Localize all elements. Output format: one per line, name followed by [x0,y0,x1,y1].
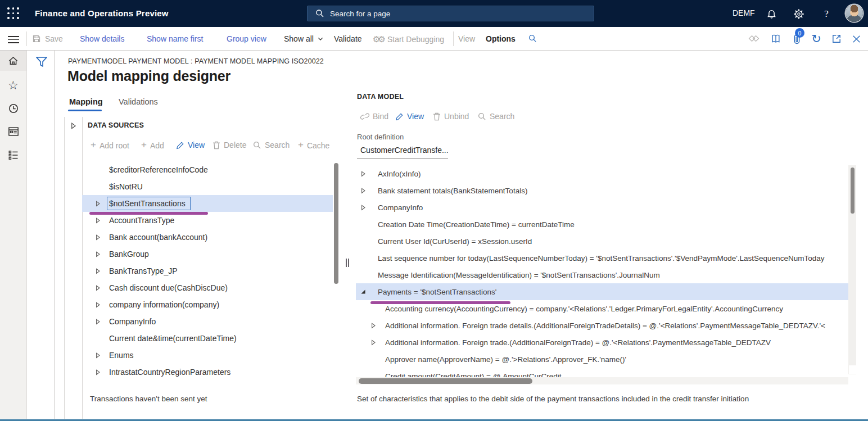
tree-item-label: Payments = '$notSentTransactions' [367,288,496,296]
toolbar-label: View [188,141,205,150]
tree-item[interactable]: Payments = '$notSentTransactions' [356,283,848,300]
data-sources-delete-button[interactable]: Delete [213,141,246,150]
home-icon[interactable] [0,51,26,71]
chevron-collapsed-icon[interactable] [94,319,101,325]
chevron-collapsed-icon[interactable] [360,205,367,211]
data-sources-add-root-button[interactable]: +Add root [91,141,129,151]
tree-item[interactable]: $notSentTransactions [82,195,333,212]
search-input[interactable]: Search for a page [307,6,594,21]
avatar[interactable] [846,4,863,22]
chevron-collapsed-icon[interactable] [360,171,367,177]
chevron-collapsed-icon[interactable] [94,352,101,359]
tree-item[interactable]: company information(company) [82,296,333,313]
validate-button[interactable]: Validate [334,34,362,43]
tree-item[interactable]: Approver name(ApproverName) = @.'>Relati… [356,351,848,368]
tree-item-label: company information(company) [107,300,219,309]
tree-item[interactable]: Cash discount due(CashDiscDue) [82,279,333,296]
data-sources-search-button[interactable]: Search [253,141,290,150]
bell-icon[interactable] [765,8,777,20]
tree-item[interactable]: Bank statement totals(BankStatementTotal… [356,182,848,199]
group-view-button[interactable]: Group view [227,34,266,43]
connect-icon[interactable] [748,33,760,45]
data-model-search-button[interactable]: Search [478,112,514,121]
command-label: Start Debugging [387,35,444,44]
tree-item-label: $notSentTransactions [107,199,191,208]
company-picker[interactable]: DEMF [733,8,755,17]
data-sources-cache-button[interactable]: +Cache [298,141,329,151]
tree-item[interactable]: BankTransType_JP [82,262,333,279]
hamburger-menu-icon[interactable] [8,36,19,43]
data-sources-add-button[interactable]: +Add [141,141,164,151]
data-sources-scrollbar[interactable] [334,163,338,284]
tree-item[interactable]: Additional information. Foreign trade de… [356,317,848,334]
tree-item[interactable]: Additional information. Foreign trade.(A… [356,334,848,351]
tree-item[interactable]: Message Identification(MessageIdentifica… [356,266,848,283]
help-icon[interactable]: ? [820,8,833,20]
chevron-collapsed-icon[interactable] [370,339,377,346]
root-definition-value[interactable]: CustomerCreditTransfe... [360,146,449,155]
show-all-button[interactable]: Show all [284,34,323,43]
refresh-icon[interactable]: ↻ [810,33,822,45]
collapse-panel-icon[interactable] [70,123,76,129]
chevron-collapsed-icon[interactable] [94,234,101,241]
tree-item[interactable]: Last sequence number for today(LastSeque… [356,250,848,266]
chevron-collapsed-icon[interactable] [370,323,377,329]
waffle-icon[interactable] [7,7,20,20]
data-sources-view-button[interactable]: View [176,141,205,150]
data-model-bind-button[interactable]: Bind [360,112,388,121]
find-button[interactable] [528,34,537,43]
options-button[interactable]: Options [486,34,516,43]
save-button[interactable]: Save [32,34,63,43]
tree-item-label: Cash discount due(CashDiscDue) [107,283,228,292]
tree-item[interactable]: IntrastatCountryRegionParameters [82,364,333,381]
tree-item[interactable]: Creation Date Time(CreationDateTime) = c… [356,216,848,233]
chevron-expanded-icon[interactable] [360,289,367,295]
tree-item[interactable]: CompanyInfo [356,199,848,216]
modules-icon[interactable] [0,145,26,165]
chevron-collapsed-icon[interactable] [360,188,367,194]
tree-item[interactable]: Bank account(bankAccount) [82,229,333,246]
tree-item[interactable]: CompanyInfo [82,313,333,330]
data-model-hscrollbar[interactable] [359,378,532,384]
book-icon[interactable] [770,33,782,45]
data-model-unbind-button[interactable]: Unbind [433,112,469,121]
star-icon[interactable]: ☆ [0,75,26,96]
show-name-first-button[interactable]: Show name first [147,34,203,43]
workspaces-icon[interactable] [0,121,26,142]
start-debugging-button[interactable]: ⚙⚙Start Debugging [373,34,444,44]
tree-item[interactable]: $isNotRU [82,178,333,195]
page-title: Model mapping designer [67,68,230,84]
tree-item[interactable]: $creditorReferenceInfoCode [82,161,333,178]
view-button[interactable]: View [458,34,475,43]
search-icon [478,112,486,121]
open-new-window-icon[interactable] [830,33,843,45]
panel-splitter-handle[interactable] [346,259,350,267]
tree-item[interactable]: Enums [82,347,333,364]
show-details-button[interactable]: Show details [80,34,124,43]
recent-icon[interactable] [0,98,26,119]
command-label: View [458,34,475,43]
chevron-collapsed-icon[interactable] [94,285,101,291]
tree-item[interactable]: AxInfo(xInfo) [356,165,848,182]
gear-icon[interactable] [793,8,805,20]
close-icon[interactable] [850,33,862,45]
toolbar-label: Search [265,141,290,150]
chevron-collapsed-icon[interactable] [94,218,101,224]
chevron-collapsed-icon[interactable] [94,369,101,375]
tab-mapping[interactable]: Mapping [69,97,103,106]
filter-icon[interactable] [35,56,48,69]
tree-item-label: IntrastatCountryRegionParameters [107,368,230,377]
tree-item[interactable]: Current date&time(currentDateTime) [82,330,333,347]
tree-item[interactable]: Current User Id(CurUserId) = xSession.us… [356,233,848,250]
tab-validations[interactable]: Validations [119,97,158,106]
data-model-view-button[interactable]: View [395,112,424,121]
chevron-collapsed-icon[interactable] [94,251,101,257]
tree-item[interactable]: BankGroup [82,246,333,262]
chevron-collapsed-icon[interactable] [94,302,101,308]
data-model-scrollbar[interactable] [851,168,855,214]
plus-icon: + [141,139,147,151]
tree-item-label: AxInfo(xInfo) [367,170,421,178]
chevron-collapsed-icon[interactable] [94,268,101,274]
chevron-collapsed-icon[interactable] [94,201,101,207]
divider [64,117,65,419]
